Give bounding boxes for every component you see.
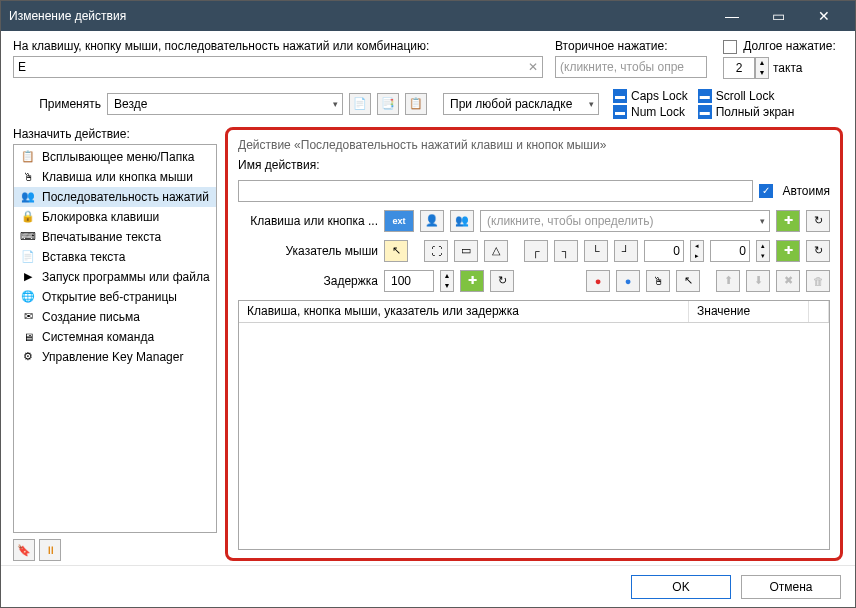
action-name-input[interactable]	[238, 180, 753, 202]
action-list-item[interactable]: 👥Последовательность нажатий	[14, 187, 216, 207]
delete-icon[interactable]: ✖	[776, 270, 800, 292]
secondary-input[interactable]	[555, 56, 707, 78]
add-delay-button[interactable]: ✚	[460, 270, 484, 292]
long-press-spinner[interactable]: ▲▼	[755, 57, 769, 79]
long-press-label: Долгое нажатие:	[723, 39, 843, 54]
window: Изменение действия — ▭ ✕ На клавишу, кно…	[0, 0, 856, 608]
corner-tr-icon[interactable]: ┐	[554, 240, 578, 262]
action-icon: 🔒	[20, 209, 36, 225]
copy-icon[interactable]: 📑	[377, 93, 399, 115]
action-icon: 👥	[20, 189, 36, 205]
key-define-combo[interactable]: (кликните, чтобы определить)▾	[480, 210, 770, 232]
long-press-checkbox[interactable]	[723, 40, 737, 54]
scrolllock-flag[interactable]: ▬	[698, 89, 712, 103]
clear-icon[interactable]: ✕	[528, 60, 538, 74]
user-down-icon[interactable]: 👤	[420, 210, 444, 232]
ext-button[interactable]: ext	[384, 210, 414, 232]
refresh-key-icon[interactable]: ↻	[806, 210, 830, 232]
close-button[interactable]: ✕	[801, 1, 847, 31]
move-up-icon[interactable]: ⬆	[716, 270, 740, 292]
cursor-icon[interactable]: ↖	[384, 240, 408, 262]
secondary-label: Вторичное нажатие:	[555, 39, 711, 53]
numlock-flag[interactable]: ▬	[613, 105, 627, 119]
window-icon[interactable]: ▭	[454, 240, 478, 262]
move-down-icon[interactable]: ⬇	[746, 270, 770, 292]
refresh-pointer-icon[interactable]: ↻	[806, 240, 830, 262]
delay-input[interactable]	[384, 270, 434, 292]
action-icon: ⚙	[20, 349, 36, 365]
action-list-item[interactable]: 🖥Системная команда	[14, 327, 216, 347]
user-up-icon[interactable]: 👥	[450, 210, 474, 232]
action-list-item[interactable]: 🔒Блокировка клавиши	[14, 207, 216, 227]
hotkey-label: На клавишу, кнопку мыши, последовательно…	[13, 39, 543, 53]
action-list-item[interactable]: ⌨Впечатывание текста	[14, 227, 216, 247]
window-title: Изменение действия	[9, 9, 709, 23]
corner-br-icon[interactable]: ┘	[614, 240, 638, 262]
triangle-icon[interactable]: △	[484, 240, 508, 262]
coord-y-input[interactable]	[710, 240, 750, 262]
action-icon: 📄	[20, 249, 36, 265]
capslock-flag[interactable]: ▬	[613, 89, 627, 103]
action-icon: ▶	[20, 269, 36, 285]
record2-icon[interactable]: ●	[616, 270, 640, 292]
layout-combo[interactable]: При любой раскладке▾	[443, 93, 599, 115]
action-icon: 🖥	[20, 329, 36, 345]
action-icon: ✉	[20, 309, 36, 325]
add-key-button[interactable]: ✚	[776, 210, 800, 232]
coord-x-spinner[interactable]: ◂▸	[690, 240, 704, 262]
minimize-button[interactable]: —	[709, 1, 755, 31]
action-list-item[interactable]: 📋Всплывающее меню/Папка	[14, 147, 216, 167]
fullscreen-flag[interactable]: ▬	[698, 105, 712, 119]
titlebar: Изменение действия — ▭ ✕	[1, 1, 855, 31]
action-type-list: 📋Всплывающее меню/Папка🖱Клавиша или кноп…	[13, 144, 217, 533]
action-list-item[interactable]: ⚙Управление Key Manager	[14, 347, 216, 367]
action-icon: 📋	[20, 149, 36, 165]
autoname-checkbox[interactable]: ✓	[759, 184, 773, 198]
corner-tl-icon[interactable]: ┌	[524, 240, 548, 262]
action-editor-panel: Действие «Последовательность нажатий кла…	[225, 127, 843, 561]
add-pointer-button[interactable]: ✚	[776, 240, 800, 262]
action-list-item[interactable]: 📄Вставка текста	[14, 247, 216, 267]
sequence-grid[interactable]: Клавиша, кнопка мыши, указатель или заде…	[238, 300, 830, 550]
hotkey-input[interactable]: E ✕	[13, 56, 543, 78]
action-icon: 🌐	[20, 289, 36, 305]
corner-bl-icon[interactable]: └	[584, 240, 608, 262]
long-press-value[interactable]	[723, 57, 755, 79]
apply-label: Применять	[13, 97, 101, 111]
apply-scope-combo[interactable]: Везде▾	[107, 93, 343, 115]
refresh-delay-icon[interactable]: ↻	[490, 270, 514, 292]
action-icon: 🖱	[20, 169, 36, 185]
coord-y-spinner[interactable]: ▴▾	[756, 240, 770, 262]
new-doc-icon[interactable]: 📄	[349, 93, 371, 115]
record-cursor-icon[interactable]: ↖	[676, 270, 700, 292]
action-list-item[interactable]: ✉Создание письма	[14, 307, 216, 327]
delay-spinner[interactable]: ▲▼	[440, 270, 454, 292]
record-mouse-icon[interactable]: 🖱	[646, 270, 670, 292]
record-icon[interactable]: ●	[586, 270, 610, 292]
assign-label: Назначить действие:	[13, 127, 217, 141]
action-list-item[interactable]: 🖱Клавиша или кнопка мыши	[14, 167, 216, 187]
coord-x-input[interactable]	[644, 240, 684, 262]
expand-icon[interactable]: ⛶	[424, 240, 448, 262]
maximize-button[interactable]: ▭	[755, 1, 801, 31]
props-icon[interactable]: 📋	[405, 93, 427, 115]
panel-title: Действие «Последовательность нажатий кла…	[238, 138, 830, 152]
pause-icon[interactable]: ⏸	[39, 539, 61, 561]
ok-button[interactable]: OK	[631, 575, 731, 599]
trash-icon[interactable]: 🗑	[806, 270, 830, 292]
action-list-item[interactable]: 🌐Открытие веб-страницы	[14, 287, 216, 307]
cancel-button[interactable]: Отмена	[741, 575, 841, 599]
action-list-item[interactable]: ▶Запуск программы или файла	[14, 267, 216, 287]
uk-icon[interactable]: 🔖	[13, 539, 35, 561]
action-icon: ⌨	[20, 229, 36, 245]
